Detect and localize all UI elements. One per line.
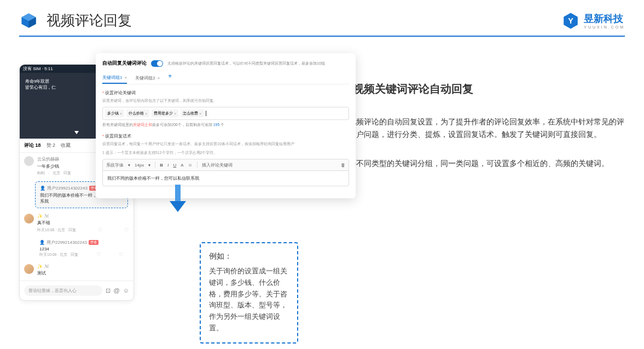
comment-text: 真不错 bbox=[37, 220, 129, 226]
comment-body: ✨ ℳ 真不错 昨天10:08 · 北京 回复♡♡ bbox=[37, 214, 129, 233]
heart-icon[interactable]: ♡ bbox=[96, 251, 101, 258]
remove-icon[interactable]: × bbox=[199, 112, 201, 116]
svg-rect-5 bbox=[175, 185, 181, 201]
comment-meta: 昨天10:08 · 北京 回复♡♡ bbox=[39, 251, 124, 258]
emoji-button[interactable]: ☺ bbox=[188, 163, 193, 168]
keyword-tag: 费用是多少 × bbox=[152, 110, 178, 117]
divider bbox=[197, 162, 198, 168]
comments-tab[interactable]: 评论 18 bbox=[24, 142, 41, 149]
remove-icon[interactable]: × bbox=[120, 112, 122, 116]
settings-desc: 支持根据评论的关键词设置回复话术，可以针对不同类型关键词设置回复话术，最多添加1… bbox=[167, 61, 325, 66]
tag-text: 什么价格 bbox=[129, 111, 144, 116]
section-desc: 设置回复话术，每回复一个用户评论只发送一条话术。最多支持设置10条不同话术，按添… bbox=[102, 141, 349, 147]
image-icon[interactable]: ⊡ bbox=[106, 287, 111, 294]
header-left: 视频评论回复 bbox=[19, 11, 132, 30]
example-text: 关于询价的设置成一组关键词，多少钱、什么价格，费用多少等。关于咨询班型、版本、型… bbox=[209, 266, 289, 334]
meta-text: 昨天10:08 · 北京 bbox=[37, 227, 65, 233]
comment-meta: 昨天10:08 · 北京 回复♡♡ bbox=[37, 227, 129, 233]
keyword-note: 所有关键词组里的关键词之和最多可添加200个，目前剩余可添加 195 个 bbox=[102, 122, 349, 128]
reply-username: 👤 用户2299214302243 作者 bbox=[39, 239, 124, 245]
left-column: 自动回复关键词评论 支持根据评论的关键词设置回复话术，可以针对不同类型关键词设置… bbox=[19, 50, 309, 187]
caption-line: 皆笑心有泪，仁 bbox=[25, 84, 56, 90]
keyword-input[interactable]: 多少钱 × 什么价格 × 费用是多少 × 怎么收费 × bbox=[102, 107, 349, 120]
keyword-group-tab-2[interactable]: 关键词组2× bbox=[135, 72, 160, 84]
bullet-text: 短视频评论的自动回复设置，为了提升作者的评论回复效率，在系统中针对常见的评论用户… bbox=[341, 116, 625, 141]
note-text: 个 bbox=[219, 123, 224, 127]
remove-icon[interactable]: × bbox=[174, 112, 176, 116]
reply-button[interactable]: 回复 bbox=[71, 252, 78, 258]
italic-button[interactable]: I bbox=[167, 163, 169, 168]
comment-input[interactable]: 善语结善缘，恶言伤人心 bbox=[24, 285, 102, 296]
heart-icon[interactable]: ♡ bbox=[98, 227, 103, 233]
comment-username: ✨ ℳ bbox=[37, 264, 129, 269]
favorites-tab[interactable]: 收藏 bbox=[61, 142, 71, 149]
comment-body: ✨ ℳ 测试 bbox=[37, 264, 129, 277]
size-select[interactable]: 14px bbox=[135, 163, 144, 168]
bold-button[interactable]: B bbox=[160, 163, 163, 168]
section-desc: 设置关键词，当评论留内容包含了以下关键词，则系统可自动回复。 bbox=[102, 98, 349, 104]
logo-icon: Y bbox=[562, 12, 579, 30]
keyword-tag: 多少钱 × bbox=[105, 110, 124, 117]
reply-section: 设置回复话术 设置回复话术，每回复一个用户评论只发送一条话术。最多支持设置10条… bbox=[102, 133, 349, 186]
logo-sub: YUUXIN.COM bbox=[584, 25, 625, 29]
reply-button[interactable]: 回复 bbox=[68, 227, 76, 233]
video-caption: 寿命9年双层 皆笑心有泪，仁 bbox=[25, 78, 56, 90]
remove-icon[interactable]: × bbox=[145, 112, 147, 116]
avatar bbox=[24, 156, 34, 166]
keyword-section: 设置评论关键词 设置关键词，当评论留内容包含了以下关键词，则系统可自动回复。 多… bbox=[102, 90, 349, 128]
note-red: 关键词之和 bbox=[133, 123, 152, 127]
main-content: 自动回复关键词评论 支持根据评论的关键词设置回复话术，可以针对不同类型关键词设置… bbox=[0, 37, 644, 201]
keyword-tag: 怎么收费 × bbox=[181, 110, 204, 117]
tab-label: 关键词组1 bbox=[102, 75, 122, 81]
reply-bubble: 👤 用户2299214302243 作者 1234 昨天10:08 · 北京 回… bbox=[35, 238, 128, 259]
dislike-icon[interactable]: ♡ bbox=[119, 251, 124, 258]
input-icons: ⊡ @ ☺ bbox=[106, 287, 129, 294]
at-icon[interactable]: @ bbox=[114, 287, 120, 294]
example-title: 例如： bbox=[209, 251, 289, 261]
close-icon[interactable]: × bbox=[158, 76, 160, 81]
arrow-icon bbox=[170, 185, 186, 214]
username-text: ℳ bbox=[44, 264, 49, 269]
cursor bbox=[206, 111, 206, 116]
color-button[interactable]: A bbox=[181, 163, 183, 168]
example-box: 例如： 关于询价的设置成一组关键词，多少钱、什么价格，费用多少等。关于咨询班型、… bbox=[200, 242, 298, 344]
logo-text: 昱新科技 YUUXIN.COM bbox=[584, 12, 625, 29]
editor-body[interactable]: 我们不同的版本价格不一样，您可以私信联系我 bbox=[102, 171, 349, 186]
insert-keyword-button[interactable]: 插入评论关键词 bbox=[202, 162, 233, 168]
reply-button[interactable]: 回复 bbox=[63, 170, 71, 176]
username-text: 用户2299214302243 bbox=[47, 185, 88, 191]
likes-tab[interactable]: 赞 2 bbox=[47, 142, 56, 149]
bullet-item: 支持不同类型的关键词分组，同一类问题，可设置多个相近的、高频的关键词。 bbox=[320, 158, 625, 170]
divider bbox=[155, 162, 155, 168]
header-logo: Y 昱新科技 YUUXIN.COM bbox=[562, 12, 625, 30]
add-tab-button[interactable]: + bbox=[168, 72, 172, 84]
comment-item: ✨ ℳ 测试 bbox=[20, 261, 134, 281]
comment-item: ✨ ℳ 真不错 昨天10:08 · 北京 回复♡♡ bbox=[20, 210, 134, 236]
svg-text:Y: Y bbox=[568, 16, 573, 25]
svg-marker-6 bbox=[170, 201, 186, 212]
underline-button[interactable]: U bbox=[173, 163, 176, 168]
editor-toolbar: 系统字体▾ 14px▾ B I U A ☺ 插入评论关键词 🗑 bbox=[102, 159, 349, 171]
keyword-group-tab-1[interactable]: 关键词组1× bbox=[102, 72, 127, 84]
close-icon[interactable]: × bbox=[124, 75, 127, 80]
delete-icon[interactable]: 🗑 bbox=[341, 163, 345, 168]
meta-text: 昨天10:08 · 北京 bbox=[39, 252, 67, 258]
username-text: 用户2299214302243 bbox=[47, 239, 87, 245]
avatar bbox=[24, 214, 34, 224]
keyword-tag: 什么价格 × bbox=[126, 110, 149, 117]
settings-tabs: 关键词组1× 关键词组2× + bbox=[102, 72, 349, 84]
cube-icon bbox=[19, 11, 38, 30]
dislike-icon[interactable]: ♡ bbox=[124, 227, 129, 233]
chevron-down-icon: ▾ bbox=[128, 163, 130, 168]
emoji-icon[interactable]: ☺ bbox=[123, 287, 129, 294]
meta-time: 刚刚 bbox=[37, 170, 45, 176]
settings-panel: 自动回复关键词评论 支持根据评论的关键词设置回复话术，可以针对不同类型关键词设置… bbox=[96, 53, 356, 198]
page-title: 视频评论回复 bbox=[47, 11, 132, 30]
tip-text: 1 提示：一个富文本框最多支持512个字符，一个汉字占用2个字符。 bbox=[102, 150, 349, 156]
comment-text: 测试 bbox=[37, 270, 129, 276]
note-text: 最多可添加200个，目前剩余可添加 bbox=[152, 123, 213, 127]
font-select[interactable]: 系统字体 bbox=[106, 162, 124, 168]
logo-main: 昱新科技 bbox=[584, 12, 625, 25]
reply-text: 1234 bbox=[39, 247, 124, 251]
toggle-switch[interactable] bbox=[151, 60, 163, 67]
